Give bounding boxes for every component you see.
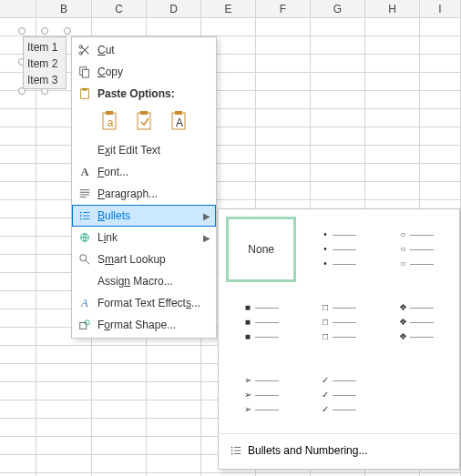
- cell[interactable]: [0, 309, 36, 328]
- column-header[interactable]: F: [256, 0, 311, 18]
- cell[interactable]: [311, 55, 365, 73]
- menu-smart-lookup[interactable]: Smart Lookup: [72, 248, 216, 270]
- cell[interactable]: [0, 291, 36, 309]
- cell[interactable]: [0, 91, 36, 109]
- cell[interactable]: [147, 437, 201, 455]
- menu-format-shape[interactable]: Format Shape...: [72, 314, 216, 336]
- text-box[interactable]: Item 1 Item 2 Item 3: [23, 36, 67, 89]
- cell[interactable]: [420, 164, 461, 182]
- paste-text-only-button[interactable]: A: [167, 108, 192, 134]
- cell[interactable]: [256, 182, 311, 200]
- cell[interactable]: [365, 164, 420, 182]
- column-header[interactable]: G: [311, 0, 365, 18]
- cell[interactable]: [420, 18, 461, 36]
- cell[interactable]: [0, 255, 36, 273]
- cell[interactable]: [365, 109, 420, 127]
- cell[interactable]: [36, 419, 92, 437]
- cell[interactable]: [0, 109, 36, 127]
- cell[interactable]: [256, 18, 311, 36]
- cell[interactable]: [0, 346, 36, 364]
- cell[interactable]: [0, 364, 36, 382]
- cell[interactable]: [311, 109, 365, 127]
- cell[interactable]: [147, 364, 201, 382]
- bullet-option-circle[interactable]: ○ ○ ○: [382, 217, 452, 282]
- cell[interactable]: [311, 146, 365, 164]
- cell[interactable]: [365, 55, 420, 73]
- cell[interactable]: [147, 419, 201, 437]
- cell[interactable]: [256, 164, 311, 182]
- cell[interactable]: [0, 182, 36, 200]
- column-header[interactable]: I: [420, 0, 461, 18]
- cell[interactable]: [311, 18, 365, 36]
- cell[interactable]: [36, 382, 92, 400]
- menu-assign-macro[interactable]: Assign Macro...: [72, 270, 216, 292]
- bullet-option-none[interactable]: None: [226, 217, 296, 282]
- paste-merge-button[interactable]: [132, 108, 158, 134]
- cell[interactable]: [256, 127, 311, 146]
- cell[interactable]: [365, 146, 420, 164]
- column-header[interactable]: B: [36, 0, 92, 18]
- cell[interactable]: [92, 18, 147, 36]
- cell[interactable]: [365, 36, 420, 55]
- bullets-and-numbering[interactable]: Bullets and Numbering...: [226, 440, 452, 461]
- paste-keep-source-button[interactable]: a: [97, 108, 123, 134]
- cell[interactable]: [36, 364, 92, 382]
- bullet-option-disc[interactable]: • • •: [303, 217, 374, 282]
- cell[interactable]: [0, 18, 36, 36]
- cell[interactable]: [0, 455, 36, 473]
- cell[interactable]: [0, 237, 36, 255]
- bullet-option-hollow-square[interactable]: □ □ □: [303, 289, 374, 355]
- cell[interactable]: [420, 91, 461, 109]
- column-header[interactable]: C: [92, 0, 147, 18]
- column-header[interactable]: D: [147, 0, 201, 18]
- cell[interactable]: [36, 400, 92, 419]
- cell[interactable]: [420, 109, 461, 127]
- cell[interactable]: [201, 18, 256, 36]
- menu-link[interactable]: Link ▶: [72, 227, 216, 248]
- cell[interactable]: [420, 127, 461, 146]
- cell[interactable]: [92, 419, 147, 437]
- cell[interactable]: [147, 455, 201, 473]
- cell[interactable]: [311, 73, 365, 91]
- cell[interactable]: [256, 55, 311, 73]
- resize-handle[interactable]: [18, 27, 26, 35]
- cell[interactable]: [311, 182, 365, 200]
- cell[interactable]: [0, 218, 36, 237]
- bullet-option-check[interactable]: ✓ ✓ ✓: [303, 362, 374, 428]
- cell[interactable]: [92, 364, 147, 382]
- menu-format-text-effects[interactable]: A Format Text Effects...: [72, 292, 216, 314]
- cell[interactable]: [92, 346, 147, 364]
- cell[interactable]: [0, 127, 36, 146]
- cell[interactable]: [311, 91, 365, 109]
- cell[interactable]: [0, 164, 36, 182]
- cell[interactable]: [365, 182, 420, 200]
- menu-cut[interactable]: Cut: [72, 39, 216, 61]
- bullet-option-arrow[interactable]: ➢ ➢ ➢: [226, 362, 296, 428]
- cell[interactable]: [0, 419, 36, 437]
- cell[interactable]: [420, 36, 461, 55]
- column-header[interactable]: H: [365, 0, 420, 18]
- resize-handle[interactable]: [41, 27, 48, 35]
- cell[interactable]: [420, 73, 461, 91]
- cell[interactable]: [0, 437, 36, 455]
- menu-font[interactable]: A Font...: [72, 161, 216, 183]
- cell[interactable]: [36, 437, 92, 455]
- cell[interactable]: [311, 127, 365, 146]
- cell[interactable]: [256, 91, 311, 109]
- cell[interactable]: [92, 400, 147, 419]
- cell[interactable]: [420, 55, 461, 73]
- cell[interactable]: [0, 273, 36, 291]
- cell[interactable]: [311, 36, 365, 55]
- cell[interactable]: [0, 328, 36, 346]
- cell[interactable]: [0, 400, 36, 419]
- cell[interactable]: [147, 382, 201, 400]
- menu-exit-edit-text[interactable]: Exit Edit Text: [72, 139, 216, 161]
- cell[interactable]: [0, 382, 36, 400]
- cell[interactable]: [147, 400, 201, 419]
- menu-copy[interactable]: Copy: [72, 61, 216, 83]
- cell[interactable]: [36, 346, 92, 364]
- cell[interactable]: [365, 91, 420, 109]
- cell[interactable]: [256, 73, 311, 91]
- resize-handle[interactable]: [64, 27, 71, 35]
- cell[interactable]: [311, 164, 365, 182]
